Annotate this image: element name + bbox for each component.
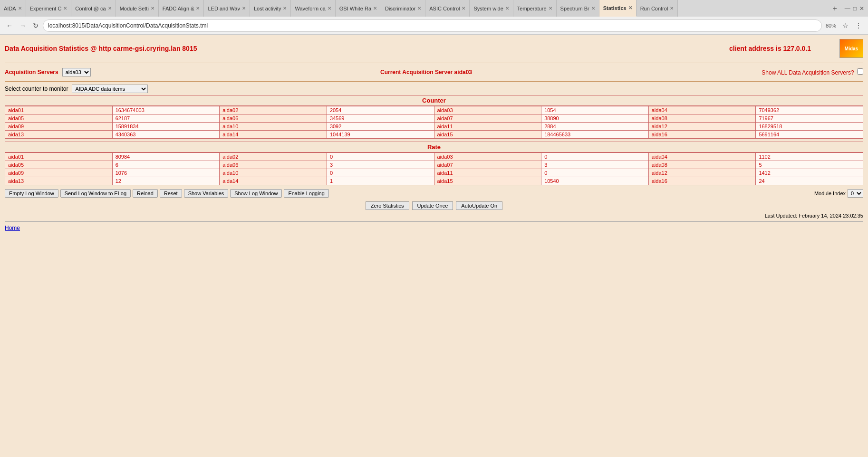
rate-table: aida0180984aida020aida030aida041102aida0… xyxy=(5,152,863,185)
address-bar[interactable]: localhost:8015/DataAcquisitionControl/Da… xyxy=(43,19,822,32)
bookmark-button[interactable]: ☆ xyxy=(840,21,851,30)
cell-label-aida14: aida14 xyxy=(220,131,327,139)
tab-system-wide[interactable]: System wide✕ xyxy=(470,0,513,17)
cell-label-aida13: aida13 xyxy=(5,177,113,185)
back-button[interactable]: ← xyxy=(4,21,15,30)
show-variables-button[interactable]: Show Variables xyxy=(184,189,229,198)
minimize-button[interactable]: — xyxy=(845,5,850,12)
table-row: aida056aida063aida073aida085 xyxy=(5,161,863,169)
counter-select[interactable]: AIDA ADC data items xyxy=(72,85,148,93)
cell-label-aida04: aida04 xyxy=(648,106,756,114)
cell-value-aida15: 184465633 xyxy=(541,131,649,139)
cell-label-aida15: aida15 xyxy=(434,177,541,185)
tab-fadc-align-&[interactable]: FADC Align &✕ xyxy=(159,0,204,17)
update-once-button[interactable]: Update Once xyxy=(412,201,453,210)
cell-label-aida04: aida04 xyxy=(648,153,756,161)
cell-value-aida05: 62187 xyxy=(112,114,220,123)
cell-label-aida01: aida01 xyxy=(5,106,113,114)
tab-bar: AIDA✕Experiment C✕Control @ ca✕Module Se… xyxy=(0,0,868,17)
auto-update-button[interactable]: AutoUpdate On xyxy=(456,201,502,210)
tab-experiment-c[interactable]: Experiment C✕ xyxy=(26,0,72,17)
forward-button[interactable]: → xyxy=(17,21,29,30)
module-index: Module Index 0 xyxy=(814,189,863,198)
close-button[interactable]: ✕ xyxy=(859,5,864,12)
tab-run-control[interactable]: Run Control✕ xyxy=(637,0,678,17)
rate-section-header: Rate xyxy=(5,142,863,152)
cell-label-aida06: aida06 xyxy=(220,114,327,123)
table-row: aida091076aida100aida110aida121412 xyxy=(5,169,863,177)
show-log-window-button[interactable]: Show Log Window xyxy=(230,189,282,198)
cell-label-aida12: aida12 xyxy=(648,123,756,131)
tab-control-@-ca[interactable]: Control @ ca✕ xyxy=(71,0,116,17)
cell-label-aida05: aida05 xyxy=(5,114,113,123)
tab-discriminator[interactable]: Discriminator✕ xyxy=(381,0,425,17)
acquisition-row: Acquisition Servers aida03 Current Acqui… xyxy=(5,66,863,78)
tab-waveform-ca[interactable]: Waveform ca✕ xyxy=(291,0,335,17)
tab-module-setti[interactable]: Module Setti✕ xyxy=(116,0,159,17)
cell-value-aida01: 1634674003 xyxy=(112,106,220,114)
cell-value-aida01: 80984 xyxy=(112,153,220,161)
cell-label-aida12: aida12 xyxy=(648,169,756,177)
cell-label-aida15: aida15 xyxy=(434,131,541,139)
browser-chrome: AIDA✕Experiment C✕Control @ ca✕Module Se… xyxy=(0,0,868,35)
tab-gsi-white-ra[interactable]: GSI White Ra✕ xyxy=(336,0,381,17)
more-button[interactable]: ⋮ xyxy=(853,21,864,30)
cell-value-aida10: 3092 xyxy=(327,123,434,131)
cell-value-aida05: 6 xyxy=(112,161,220,169)
tab-temperature[interactable]: Temperature✕ xyxy=(513,0,557,17)
address-text: localhost:8015/DataAcquisitionControl/Da… xyxy=(48,22,817,29)
cell-value-aida11: 2884 xyxy=(541,123,649,131)
reload-nav-button[interactable]: ↻ xyxy=(30,21,41,30)
table-row: aida0562187aida0634569aida0738890aida087… xyxy=(5,114,863,123)
cell-value-aida14: 1 xyxy=(327,177,434,185)
send-log-button[interactable]: Send Log Window to ELog xyxy=(60,189,131,198)
enable-logging-button[interactable]: Enable Logging xyxy=(284,189,328,198)
client-address: client address is 127.0.0.1 xyxy=(729,45,811,52)
tab-asic-control[interactable]: ASIC Control✕ xyxy=(425,0,470,17)
cell-label-aida03: aida03 xyxy=(434,106,541,114)
home-link[interactable]: Home xyxy=(5,225,20,231)
new-tab-button[interactable]: + xyxy=(829,0,840,17)
zero-statistics-button[interactable]: Zero Statistics xyxy=(366,201,409,210)
action-row: Zero Statistics Update Once AutoUpdate O… xyxy=(5,201,863,210)
nav-right: 80% ☆ ⋮ xyxy=(824,21,864,30)
maximize-button[interactable]: □ xyxy=(853,5,857,12)
tab-statistics[interactable]: Statistics✕ xyxy=(599,0,637,17)
module-index-label: Module Index xyxy=(814,190,846,196)
cell-value-aida10: 0 xyxy=(327,169,434,177)
cell-label-aida08: aida08 xyxy=(648,114,756,123)
acquisition-server-select[interactable]: aida03 xyxy=(62,68,91,76)
module-index-select[interactable]: 0 xyxy=(848,189,863,198)
tab-led-and-wav[interactable]: LED and Wav✕ xyxy=(204,0,250,17)
cell-label-aida02: aida02 xyxy=(220,153,327,161)
cell-value-aida16: 5691164 xyxy=(756,131,863,139)
cell-value-aida09: 1076 xyxy=(112,169,220,177)
page-header: Data Acquisition Statistics @ http carme… xyxy=(5,39,863,58)
cell-value-aida06: 3 xyxy=(327,161,434,169)
empty-log-button[interactable]: Empty Log Window xyxy=(5,189,58,198)
cell-value-aida12: 16829518 xyxy=(756,123,863,131)
cell-label-aida08: aida08 xyxy=(648,161,756,169)
cell-value-aida08: 5 xyxy=(756,161,863,169)
cell-label-aida07: aida07 xyxy=(434,114,541,123)
show-all-checkbox[interactable] xyxy=(857,68,863,75)
button-bar: Empty Log Window Send Log Window to ELog… xyxy=(5,189,863,198)
cell-value-aida04: 7049362 xyxy=(756,106,863,114)
tab-aida[interactable]: AIDA✕ xyxy=(0,0,26,17)
acquisition-servers-label: Acquisition Servers xyxy=(5,69,58,76)
cell-label-aida11: aida11 xyxy=(434,123,541,131)
show-all-servers: Show ALL Data Acquisition Servers? xyxy=(762,68,863,76)
cell-label-aida10: aida10 xyxy=(220,169,327,177)
zoom-indicator: 80% xyxy=(824,23,838,29)
cell-label-aida03: aida03 xyxy=(434,153,541,161)
tab-spectrum-br[interactable]: Spectrum Br✕ xyxy=(557,0,599,17)
table-row: aida0915891834aida103092aida112884aida12… xyxy=(5,123,863,131)
tab-lost-activity[interactable]: Lost activity✕ xyxy=(250,0,291,17)
cell-label-aida09: aida09 xyxy=(5,123,113,131)
reset-button[interactable]: Reset xyxy=(160,189,182,198)
cell-value-aida07: 3 xyxy=(541,161,649,169)
table-row: aida011634674003aida022054aida031054aida… xyxy=(5,106,863,114)
reload-button[interactable]: Reload xyxy=(133,189,158,198)
bottom-separator xyxy=(5,221,863,222)
cell-label-aida11: aida11 xyxy=(434,169,541,177)
